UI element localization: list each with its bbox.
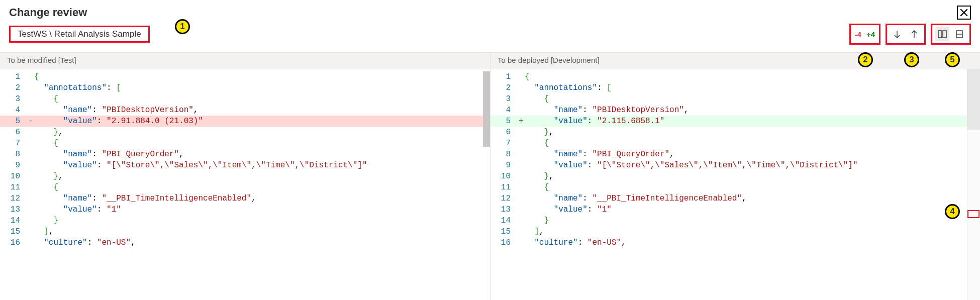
code-content: }, [525,127,980,138]
diff-sign [28,193,34,204]
line-number: 12 [0,193,28,204]
diff-sign [519,138,525,149]
removed-count: -4 [854,30,862,39]
code-line: 16 "culture": "en-US", [0,237,490,248]
code-content: { [34,138,490,149]
line-number: 1 [0,71,28,82]
diff-sign [519,237,525,248]
code-line: 9 "value": "[\"Store\",\"Sales\",\"Item\… [0,160,490,171]
code-content: { [525,182,980,193]
diff-sign [28,149,34,160]
left-pane[interactable]: 1{2 "annotations": [3 {4 "name": "PBIDes… [0,69,490,300]
diff-sign [519,204,525,215]
diff-sign [28,82,34,93]
code-line: 7 { [0,138,490,149]
code-content: "culture": "en-US", [34,237,490,248]
diff-sign [519,215,525,226]
code-line: 5+ "value": "2.115.6858.1" [491,116,980,127]
code-line: 13 "value": "1" [0,204,490,215]
diff-sign [519,149,525,160]
diff-sign [28,160,34,171]
code-line: 14 } [0,215,490,226]
line-number: 3 [0,93,28,105]
diff-sign [519,105,525,116]
nav-diff-group [886,24,926,45]
arrow-down-icon [892,29,902,39]
diff-sign [28,237,34,248]
line-number: 13 [0,204,28,215]
code-line: 16 "culture": "en-US", [491,237,980,248]
code-content: "value": "[\"Store\",\"Sales\",\"Item\",… [525,160,980,171]
left-scroll-thumb[interactable] [483,71,490,147]
code-line: 10 }, [0,171,490,182]
code-line: 5- "value": "2.91.884.0 (21.03)" [0,116,490,127]
next-diff-button[interactable] [890,27,904,41]
diff-sign [28,71,34,82]
diff-sign [519,182,525,193]
diff-sign [519,71,525,82]
inline-icon [954,29,964,39]
code-line: 12 "name": "__PBI_TimeIntelligenceEnable… [0,193,490,204]
code-content: "name": "PBIDesktopVersion", [34,105,490,116]
side-by-side-icon [937,29,947,39]
diff-sign [519,193,525,204]
side-by-side-button[interactable] [935,27,949,41]
code-line: 14 } [491,215,980,226]
inline-view-button[interactable] [952,27,966,41]
diff-sign [28,215,34,226]
diff-sign [519,127,525,138]
diff-sign [519,82,525,93]
code-content: { [525,71,980,82]
code-line: 2 "annotations": [ [0,82,490,93]
code-content: "value": "1" [525,204,980,215]
diff-count-group: -4 +4 [849,24,880,45]
close-button[interactable] [957,6,971,20]
code-line: 8 "name": "PBI_QueryOrder", [0,149,490,160]
line-number: 2 [491,82,519,93]
svg-rect-0 [938,31,942,38]
added-count: +4 [865,30,876,39]
code-line: 12 "name": "__PBI_TimeIntelligenceEnable… [491,193,980,204]
diff-sign [28,182,34,193]
code-line: 4 "name": "PBIDesktopVersion", [491,105,980,116]
diff-sign [519,226,525,237]
diff-sign [519,93,525,105]
minimap[interactable] [967,69,980,300]
line-number: 14 [0,215,28,226]
code-line: 15 ], [491,226,980,237]
code-line: 15 ], [0,226,490,237]
code-content: "value": "2.115.6858.1" [525,116,980,127]
dialog-title: Change review [9,6,87,19]
line-number: 9 [491,160,519,171]
callout-2: 2 [858,52,873,67]
code-content: "value": "2.91.884.0 (21.03)" [34,116,490,127]
prev-diff-button[interactable] [907,27,921,41]
code-content: }, [525,171,980,182]
line-number: 11 [491,182,519,193]
diff-sign [28,127,34,138]
callout-5: 5 [945,52,960,67]
line-number: 16 [0,237,28,248]
code-line: 6 }, [0,127,490,138]
code-content: "name": "__PBI_TimeIntelligenceEnabled", [525,193,980,204]
code-content: "name": "PBI_QueryOrder", [525,149,980,160]
code-content: ], [34,226,490,237]
code-content: }, [34,127,490,138]
line-number: 7 [491,138,519,149]
line-number: 6 [0,127,28,138]
code-line: 1{ [491,71,980,82]
diff-sign [28,93,34,105]
right-pane[interactable]: 1{2 "annotations": [3 {4 "name": "PBIDes… [490,69,980,300]
line-number: 4 [491,105,519,116]
line-number: 8 [0,149,28,160]
diff-sign [28,171,34,182]
close-icon [959,8,968,17]
code-content: } [34,215,490,226]
code-line: 13 "value": "1" [491,204,980,215]
line-number: 2 [0,82,28,93]
code-content: }, [34,171,490,182]
code-content: "value": "[\"Store\",\"Sales\",\"Item\",… [34,160,490,171]
code-content: { [34,93,490,105]
minimap-viewport[interactable] [967,69,980,130]
code-content: "culture": "en-US", [525,237,980,248]
